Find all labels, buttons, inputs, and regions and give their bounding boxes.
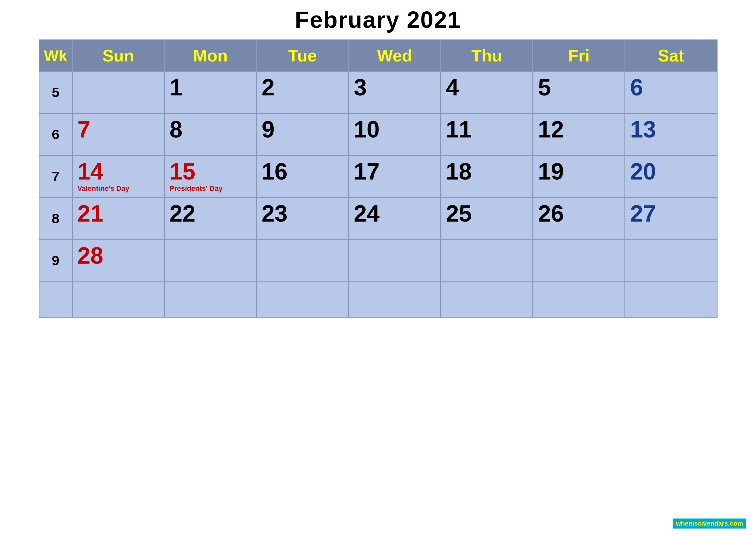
calendar-table: Wk Sun Mon Tue Wed Thu Fri Sat 512345667… bbox=[39, 40, 717, 318]
day-cell-5-1 bbox=[165, 282, 256, 317]
day-cell-0-4: 4 bbox=[441, 71, 533, 114]
day-cell-1-0: 7 bbox=[72, 114, 165, 155]
day-cell-3-3: 24 bbox=[348, 198, 441, 240]
day-number: 8 bbox=[170, 118, 252, 141]
day-cell-5-2 bbox=[256, 282, 349, 317]
day-number: 3 bbox=[354, 76, 435, 99]
day-cell-3-2: 23 bbox=[256, 198, 349, 240]
day-number: 9 bbox=[262, 118, 343, 141]
day-number: 23 bbox=[262, 202, 343, 225]
day-cell-2-5: 19 bbox=[533, 155, 625, 198]
mon-header: Mon bbox=[165, 40, 256, 71]
day-cell-0-0 bbox=[72, 71, 165, 114]
day-cell-4-6 bbox=[625, 240, 717, 282]
fri-header: Fri bbox=[533, 40, 625, 71]
week-number-2: 7 bbox=[39, 155, 72, 198]
day-cell-4-1 bbox=[165, 240, 256, 282]
day-number: 10 bbox=[354, 118, 435, 141]
day-cell-3-1: 22 bbox=[165, 198, 256, 240]
day-number: 15 bbox=[170, 160, 252, 183]
day-cell-4-4 bbox=[441, 240, 533, 282]
day-number: 13 bbox=[630, 118, 712, 141]
wk-header: Wk bbox=[39, 40, 72, 71]
day-cell-1-6: 13 bbox=[625, 114, 717, 155]
week-number-5 bbox=[39, 282, 72, 317]
day-cell-2-4: 18 bbox=[441, 155, 533, 198]
day-number: 28 bbox=[78, 244, 159, 267]
day-cell-3-4: 25 bbox=[441, 198, 533, 240]
day-number: 7 bbox=[78, 118, 159, 141]
day-cell-3-0: 21 bbox=[72, 198, 165, 240]
day-number: 4 bbox=[446, 76, 527, 99]
day-cell-2-1: 15Presidents' Day bbox=[165, 155, 256, 198]
day-number: 27 bbox=[630, 202, 712, 225]
day-cell-5-3 bbox=[348, 282, 441, 317]
holiday-label: Presidents' Day bbox=[170, 184, 252, 193]
day-cell-0-1: 1 bbox=[165, 71, 256, 114]
week-number-0: 5 bbox=[39, 71, 72, 114]
day-number: 5 bbox=[538, 76, 620, 99]
day-number: 21 bbox=[78, 202, 159, 225]
day-cell-5-0 bbox=[72, 282, 165, 317]
day-cell-1-5: 12 bbox=[533, 114, 625, 155]
day-cell-3-5: 26 bbox=[533, 198, 625, 240]
day-cell-0-5: 5 bbox=[533, 71, 625, 114]
day-cell-1-3: 10 bbox=[348, 114, 441, 155]
day-number: 11 bbox=[446, 118, 527, 141]
day-number: 22 bbox=[170, 202, 252, 225]
day-number: 16 bbox=[262, 160, 343, 183]
day-cell-2-6: 20 bbox=[625, 155, 717, 198]
thu-header: Thu bbox=[441, 40, 533, 71]
page-title: February 2021 bbox=[295, 7, 461, 33]
day-cell-1-4: 11 bbox=[441, 114, 533, 155]
week-number-3: 8 bbox=[39, 198, 72, 240]
day-number: 25 bbox=[446, 202, 527, 225]
day-cell-5-6 bbox=[625, 282, 717, 317]
tue-header: Tue bbox=[256, 40, 349, 71]
day-number: 26 bbox=[538, 202, 620, 225]
day-number: 18 bbox=[446, 160, 527, 183]
week-number-4: 9 bbox=[39, 240, 72, 282]
day-number: 19 bbox=[538, 160, 620, 183]
day-cell-1-2: 9 bbox=[256, 114, 349, 155]
header-row: Wk Sun Mon Tue Wed Thu Fri Sat bbox=[39, 40, 717, 71]
day-cell-1-1: 8 bbox=[165, 114, 256, 155]
day-cell-4-3 bbox=[348, 240, 441, 282]
day-cell-2-3: 17 bbox=[348, 155, 441, 198]
day-cell-2-2: 16 bbox=[256, 155, 349, 198]
day-number: 1 bbox=[170, 76, 252, 99]
day-cell-4-5 bbox=[533, 240, 625, 282]
day-cell-5-4 bbox=[441, 282, 533, 317]
day-cell-4-2 bbox=[256, 240, 349, 282]
holiday-label: Valentine's Day bbox=[78, 184, 159, 193]
wed-header: Wed bbox=[348, 40, 441, 71]
day-number: 17 bbox=[354, 160, 435, 183]
day-number: 12 bbox=[538, 118, 620, 141]
day-cell-2-0: 14Valentine's Day bbox=[72, 155, 165, 198]
day-number: 2 bbox=[262, 76, 343, 99]
day-number: 24 bbox=[354, 202, 435, 225]
sun-header: Sun bbox=[72, 40, 165, 71]
day-cell-0-6: 6 bbox=[625, 71, 717, 114]
day-cell-4-0: 28 bbox=[72, 240, 165, 282]
day-cell-0-2: 2 bbox=[256, 71, 349, 114]
day-number: 6 bbox=[630, 76, 712, 99]
watermark[interactable]: wheniscalendars.com bbox=[673, 519, 746, 528]
day-cell-0-3: 3 bbox=[348, 71, 441, 114]
day-cell-5-5 bbox=[533, 282, 625, 317]
week-number-1: 6 bbox=[39, 114, 72, 155]
sat-header: Sat bbox=[625, 40, 717, 71]
day-number: 14 bbox=[78, 160, 159, 183]
day-cell-3-6: 27 bbox=[625, 198, 717, 240]
day-number: 20 bbox=[630, 160, 712, 183]
